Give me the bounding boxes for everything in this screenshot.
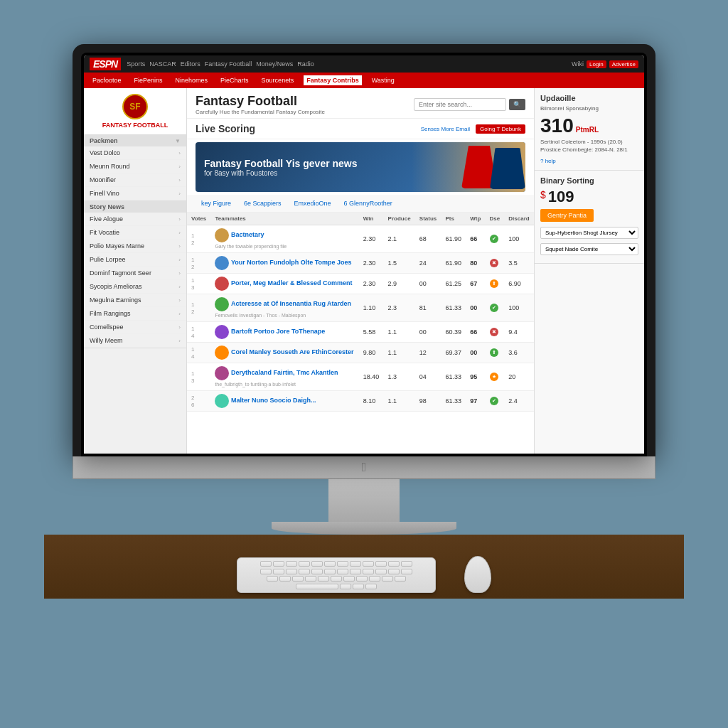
- cell-win: 2.30: [359, 274, 384, 294]
- sidebar-item-1-0[interactable]: Five Alogue ›: [84, 213, 186, 226]
- screen-bezel: ESPN Sports NASCAR Editors Fantasy Footb…: [81, 53, 647, 456]
- cell-discard: 100: [504, 225, 534, 253]
- cell-pts: 69.37: [441, 343, 466, 363]
- sub-tab-1[interactable]: 6e Scappiers: [238, 198, 287, 209]
- imac-chin: : [73, 456, 655, 479]
- live-scoring-btn[interactable]: Going T Debunk: [476, 124, 525, 134]
- imac-screen: ESPN Sports NASCAR Editors Fantasy Footb…: [84, 55, 644, 454]
- nav-login-btn[interactable]: Login: [587, 60, 606, 68]
- gentry-button[interactable]: Gentry Pantia: [540, 209, 594, 222]
- live-scoring-header: Live Scoring Senses More Email Going T D…: [187, 119, 534, 139]
- espn-website: ESPN Sports NASCAR Editors Fantasy Footb…: [84, 55, 644, 454]
- key-row-3: [240, 576, 432, 582]
- sidebar-chevron-1-4: ›: [178, 270, 181, 277]
- cell-rank: 1 3: [187, 274, 210, 294]
- cell-win: 9.80: [359, 343, 384, 363]
- help-link[interactable]: ? help: [540, 158, 556, 164]
- table-row: 1 3 Porter, Meg Madler & Blessed Comment…: [187, 274, 534, 294]
- sidebar-item-1-5[interactable]: Sycopis Amelioras ›: [84, 280, 186, 294]
- cell-wtp: 00: [466, 343, 485, 363]
- search-input[interactable]: [414, 98, 506, 111]
- live-scoring-link-0[interactable]: Senses More Email: [421, 126, 470, 132]
- cell-player: Your Norton Fundolph Olte Tompe Joes: [210, 253, 358, 274]
- table-row: 1 2 Acteresse at Of Insenantia Rug Atard…: [187, 294, 534, 322]
- cell-pts: 61.25: [441, 274, 466, 294]
- key: [388, 569, 400, 574]
- sidebar-item-1-3[interactable]: Pulie Lorpee ›: [84, 253, 186, 267]
- select-2[interactable]: Squpet Nade Comite: [540, 243, 638, 255]
- col-wtp: Wtp: [466, 213, 485, 225]
- banner-headline: Fantasy Football Yis gever news: [204, 158, 358, 169]
- sidebar-item-1-1[interactable]: Fit Vocatie ›: [84, 226, 186, 240]
- rs-line1: Sertinol Coleetom - 1990s (20.0): [540, 139, 638, 145]
- cell-wtp: 95: [466, 363, 485, 391]
- sub-tab-2[interactable]: EmxedioOne: [289, 198, 337, 209]
- main-layout: SF Fantasy Football Packmen ▼ Ves: [84, 88, 644, 454]
- sidebar-item-1-7[interactable]: Film Rangings ›: [84, 307, 186, 321]
- cell-win: 2.30: [359, 253, 384, 274]
- cell-dse: ✖: [486, 322, 505, 343]
- col-discard: Discard: [504, 213, 534, 225]
- cell-dse: ✔: [486, 225, 505, 253]
- key: [343, 576, 355, 582]
- nav-sports[interactable]: Sports: [127, 60, 145, 68]
- nav-editors[interactable]: Editors: [181, 60, 200, 68]
- key: [375, 569, 387, 574]
- rs-number-area: 310 PtmRL: [540, 114, 638, 137]
- secondary-nav: Pacfootoe FiePenins Ninehomes PieCharts …: [84, 73, 644, 88]
- search-button[interactable]: 🔍: [509, 99, 525, 110]
- select-1[interactable]: Sup-Hybertion Shogt Jlursey: [540, 227, 638, 239]
- sidebar-item-0-2[interactable]: Moonifier ›: [84, 173, 186, 187]
- nav-advertise-btn[interactable]: Advertise: [609, 60, 638, 68]
- key-row-4: [240, 584, 432, 590]
- cell-produce: 1.5: [384, 253, 415, 274]
- sub-tab-3[interactable]: 6 GlennyRoother: [338, 198, 398, 209]
- cell-wtp: 67: [466, 274, 485, 294]
- sec-nav-0[interactable]: Pacfootoe: [90, 75, 124, 85]
- sec-nav-2[interactable]: Ninehomes: [173, 75, 211, 85]
- sidebar-item-1-6[interactable]: Megulna Earnings ›: [84, 294, 186, 307]
- sec-nav-3[interactable]: PieCharts: [218, 75, 252, 85]
- key: [324, 561, 336, 567]
- top-nav: ESPN Sports NASCAR Editors Fantasy Footb…: [84, 55, 644, 73]
- nav-fantasy[interactable]: Fantasy Football: [205, 60, 252, 68]
- cell-discard: 6.90: [504, 274, 534, 294]
- nav-wiki[interactable]: Wiki: [572, 60, 584, 68]
- sidebar-item-0-1[interactable]: Meunn Round ›: [84, 160, 186, 173]
- sub-tab-0[interactable]: key Figure: [196, 198, 237, 209]
- cell-status: 68: [415, 225, 441, 253]
- rs-big-unit: PtmRL: [576, 126, 599, 134]
- cell-status: 04: [415, 363, 441, 391]
- cell-dse: ★: [486, 363, 505, 391]
- key: [279, 576, 291, 582]
- sidebar-chevron-1-8: ›: [178, 324, 181, 331]
- sidebar-item-1-9[interactable]: Willy Meem ›: [84, 334, 186, 348]
- sidebar-chevron-0-3: ›: [178, 191, 181, 197]
- sidebar-item-0-3[interactable]: Finell Vino ›: [84, 187, 186, 200]
- banner: Fantasy Football Yis gever news for 8asy…: [196, 142, 525, 192]
- sidebar-item-0-0[interactable]: Vest Dolco ›: [84, 146, 186, 160]
- cell-wtp: 66: [466, 225, 485, 253]
- live-scoring-title: Live Scoring: [196, 123, 255, 134]
- key: [324, 569, 336, 574]
- player2-silhouette: [490, 148, 525, 189]
- cell-rank: 1 2: [187, 225, 210, 253]
- nav-radio[interactable]: Radio: [297, 60, 314, 68]
- cell-dse: ✔: [486, 294, 505, 322]
- sec-nav-4[interactable]: Sourcenets: [259, 75, 297, 85]
- top-nav-links: Sports NASCAR Editors Fantasy Football M…: [127, 60, 566, 68]
- col-pts: Pts: [441, 213, 466, 225]
- sidebar-item-1-4[interactable]: Dominf Tagmont Seer ›: [84, 267, 186, 280]
- key: [267, 576, 278, 582]
- sec-nav-5[interactable]: Fantasy Contribs: [304, 75, 362, 85]
- sidebar-chevron-1-9: ›: [178, 338, 181, 344]
- cell-discard: 100: [504, 294, 534, 322]
- sec-nav-1[interactable]: FiePenins: [132, 75, 166, 85]
- sidebar-item-1-2[interactable]: Polio Mayes Marne ›: [84, 240, 186, 253]
- key: [299, 561, 310, 567]
- cell-discard: 3.5: [504, 253, 534, 274]
- nav-nascar[interactable]: NASCAR: [149, 60, 176, 68]
- nav-money[interactable]: Money/News: [256, 60, 293, 68]
- sidebar-item-1-8[interactable]: Comellspee ›: [84, 321, 186, 334]
- sec-nav-6[interactable]: Wasting: [369, 75, 397, 85]
